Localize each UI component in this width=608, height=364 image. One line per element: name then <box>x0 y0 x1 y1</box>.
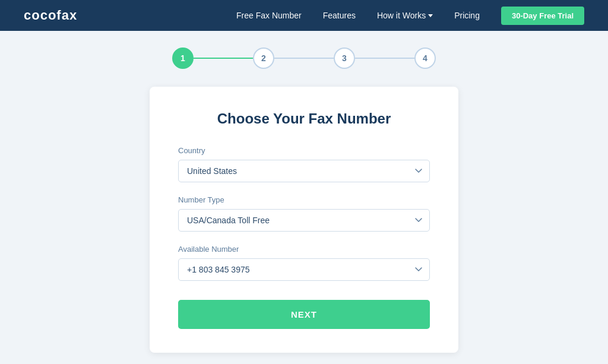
step-line-2-3 <box>274 58 334 59</box>
trial-button[interactable]: 30-Day Free Trial <box>501 7 584 25</box>
next-button[interactable]: NEXT <box>178 300 430 329</box>
step-2[interactable]: 2 <box>253 48 274 69</box>
nav-features[interactable]: Features <box>323 11 356 20</box>
country-label: Country <box>178 146 430 155</box>
stepper-container: 1 2 3 4 <box>0 31 608 81</box>
step-line-1-2 <box>194 58 253 59</box>
form-card: Choose Your Fax Number Country United St… <box>150 87 458 353</box>
country-select[interactable]: United States Canada United Kingdom Aust… <box>178 160 430 182</box>
nav-free-fax-number[interactable]: Free Fax Number <box>236 11 302 20</box>
step-3[interactable]: 3 <box>334 48 355 69</box>
number-type-label: Number Type <box>178 195 430 204</box>
step-4[interactable]: 4 <box>414 48 436 69</box>
main-content: Choose Your Fax Number Country United St… <box>0 81 608 364</box>
number-type-select[interactable]: USA/Canada Toll Free Local <box>178 209 430 232</box>
stepper: 1 2 3 4 <box>172 48 436 69</box>
logo: cocofax <box>24 8 77 23</box>
nav-how-it-works[interactable]: How it Works <box>377 11 433 20</box>
nav-pricing[interactable]: Pricing <box>454 11 480 20</box>
available-number-label: Available Number <box>178 245 430 254</box>
header: cocofax Free Fax Number Features How it … <box>0 0 608 31</box>
nav: Free Fax Number Features How it Works Pr… <box>236 7 584 25</box>
available-number-select[interactable]: +1 803 845 3975 +1 803 845 3976 +1 803 8… <box>178 258 430 281</box>
available-number-group: Available Number +1 803 845 3975 +1 803 … <box>178 245 430 281</box>
step-line-3-4 <box>355 58 414 59</box>
form-title: Choose Your Fax Number <box>178 110 430 127</box>
chevron-down-icon <box>428 14 433 17</box>
number-type-group: Number Type USA/Canada Toll Free Local <box>178 195 430 232</box>
step-1[interactable]: 1 <box>172 48 194 69</box>
country-group: Country United States Canada United King… <box>178 146 430 182</box>
